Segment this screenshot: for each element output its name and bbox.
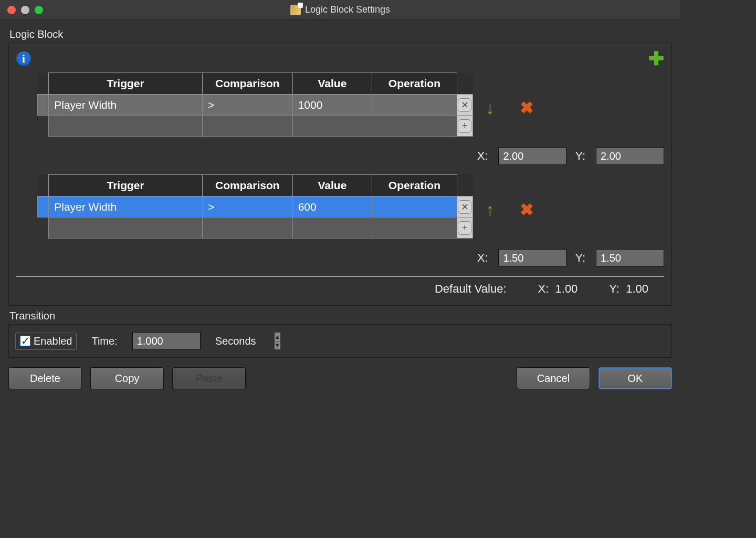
window-controls [0,6,43,14]
col-value: Value [292,73,372,95]
transition-section-label: Transition [9,310,672,322]
logic-block-panel: i ✚ Trigger Comparison Value Operation [8,43,672,306]
enabled-checkbox[interactable]: ✓ [20,336,30,346]
col-trigger: Trigger [49,73,203,95]
cell-comparison[interactable]: > [203,95,293,116]
col-trigger: Trigger [49,175,203,196]
enabled-label: Enabled [34,335,72,347]
cell-operation[interactable] [372,196,457,218]
cell-comparison[interactable]: > [203,196,293,218]
cell-trigger[interactable]: Player Width [49,95,203,116]
paste-button: Paste [172,367,246,389]
titlebar: Logic Block Settings [0,0,680,20]
minimize-window-button[interactable] [21,6,29,14]
x-label: X: [477,149,488,163]
close-window-button[interactable] [7,6,16,14]
logic-block-section-label: Logic Block [9,28,672,40]
y-label: Y: [575,251,585,265]
maximize-window-button[interactable] [35,6,43,14]
col-value: Value [292,175,372,196]
x-spinner[interactable]: ▲▼ [498,147,566,165]
y-input[interactable] [596,148,680,164]
copy-button[interactable]: Copy [90,367,164,389]
drag-handle-icon[interactable] [38,95,49,116]
condition-table: Trigger Comparison Value Operation Playe… [37,174,473,239]
add-row-button[interactable]: + [458,221,471,235]
remove-block-button[interactable]: ✖ [520,200,534,220]
col-comparison: Comparison [203,73,293,95]
remove-row-button[interactable]: ✕ [458,98,471,112]
default-x-value: 1.00 [555,282,578,295]
time-label: Time: [91,335,117,347]
condition-block: Trigger Comparison Value Operation Playe… [16,174,664,267]
condition-row[interactable]: Player Width > 600 ✕ [38,196,473,218]
condition-row[interactable]: Player Width > 1000 ✕ [38,95,473,116]
empty-row: + [38,116,473,137]
spin-down[interactable]: ▼ [275,342,280,350]
time-unit-label: Seconds [215,335,256,347]
cell-trigger[interactable]: Player Width [49,196,203,218]
app-icon [290,5,301,15]
cell-value[interactable]: 1000 [292,95,372,116]
col-operation: Operation [372,73,457,95]
move-down-button[interactable]: ↓ [486,99,495,117]
drag-handle-icon[interactable] [38,196,49,218]
ok-button[interactable]: OK [598,367,672,389]
x-spinner[interactable]: ▲▼ [498,249,566,267]
cell-value[interactable]: 600 [292,196,372,218]
y-spinner[interactable]: ▲▼ [596,147,664,165]
time-spinner[interactable]: ▲▼ [132,332,201,350]
empty-row: + [38,218,473,239]
cancel-button[interactable]: Cancel [517,367,590,389]
add-block-button[interactable]: ✚ [648,49,664,68]
remove-row-button[interactable]: ✕ [458,200,471,214]
condition-table: Trigger Comparison Value Operation Playe… [37,73,473,137]
default-y-value: 1.00 [626,282,648,295]
col-operation: Operation [372,175,457,196]
x-label: X: [477,251,488,265]
condition-block: Trigger Comparison Value Operation Playe… [16,73,664,165]
default-value-label: Default Value: [435,282,507,296]
remove-block-button[interactable]: ✖ [520,98,534,118]
y-input[interactable] [596,250,680,266]
delete-button[interactable]: Delete [8,367,82,389]
add-row-button[interactable]: + [458,119,471,133]
window-title: Logic Block Settings [305,4,390,15]
default-x-label: X: [538,282,549,295]
spin-up[interactable]: ▲ [275,333,280,342]
col-comparison: Comparison [203,175,293,196]
divider [16,276,664,277]
transition-panel: ✓ Enabled Time: ▲▼ Seconds [8,324,672,358]
info-icon[interactable]: i [16,51,31,66]
y-label: Y: [575,149,585,163]
y-spinner[interactable]: ▲▼ [596,249,664,267]
default-y-label: Y: [609,282,620,295]
cell-operation[interactable] [372,95,457,116]
move-up-button[interactable]: ↑ [486,201,495,219]
